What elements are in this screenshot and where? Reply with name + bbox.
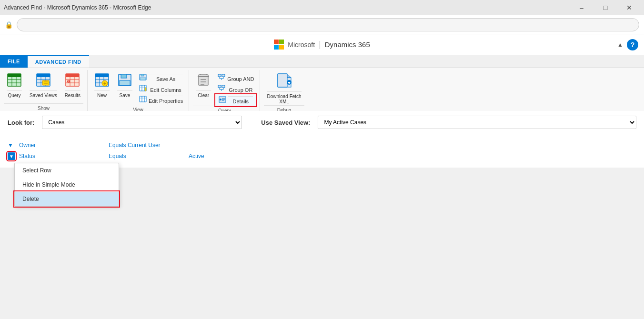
- show-group-label: Show: [4, 103, 83, 111]
- status-field[interactable]: Status: [19, 153, 105, 160]
- svg-rect-70: [278, 74, 287, 87]
- saved-view-label: Use Saved View:: [261, 119, 310, 126]
- details-label: Details: [228, 96, 253, 104]
- select-row-item[interactable]: Select Row: [15, 163, 119, 178]
- query-icon: [7, 73, 22, 90]
- query-button[interactable]: Query: [4, 72, 25, 99]
- owner-operator[interactable]: Equals Current User: [109, 142, 185, 149]
- look-for-bar: Look for: Cases Use Saved View: My Activ…: [0, 111, 644, 134]
- status-dropdown-button[interactable]: ▼: [8, 152, 15, 160]
- group-and-button[interactable]: Group AND: [216, 73, 256, 83]
- advanced-find-tab[interactable]: ADVANCED FIND: [28, 55, 89, 68]
- maximize-button[interactable]: □: [594, 0, 616, 15]
- new-button[interactable]: + New: [91, 72, 112, 99]
- status-operator[interactable]: Equals: [109, 153, 185, 160]
- svg-point-66: [220, 99, 221, 100]
- svg-rect-33: [120, 80, 130, 85]
- download-fetch-xml-button[interactable]: Download FetchXML: [264, 72, 304, 105]
- svg-rect-41: [145, 88, 146, 91]
- svg-rect-53: [218, 74, 221, 77]
- title-bar: Advanced Find - Microsoft Dynamics 365 -…: [0, 0, 644, 15]
- edit-properties-label: Edit Properties: [149, 96, 183, 104]
- group-and-icon: [218, 74, 225, 82]
- svg-rect-42: [140, 96, 146, 102]
- ribbon-group-view: + New Save: [88, 70, 189, 113]
- saved-view-select[interactable]: My Active Cases: [318, 116, 636, 129]
- details-icon: [219, 96, 226, 104]
- hide-in-simple-mode-item[interactable]: Hide in Simple Mode: [15, 178, 119, 192]
- svg-rect-1: [8, 74, 21, 77]
- svg-marker-71: [287, 74, 291, 78]
- details-button[interactable]: Details: [216, 95, 256, 106]
- edit-columns-label: Edit Columns: [149, 85, 183, 93]
- query-group-items: Clear Group AND: [193, 72, 256, 106]
- lock-icon: 🔒: [5, 21, 13, 29]
- title-bar-text: Advanced Find - Microsoft Dynamics 365 -…: [4, 4, 151, 11]
- title-bar-controls: – □ ✕: [571, 0, 640, 15]
- dynamics-text: Dynamics 365: [325, 40, 370, 49]
- address-bar: 🔒: [0, 15, 644, 34]
- collapse-icon[interactable]: ▲: [617, 41, 623, 48]
- look-for-label: Look for:: [8, 119, 34, 126]
- look-for-select[interactable]: Cases: [42, 116, 242, 129]
- svg-rect-7: [37, 74, 50, 77]
- ribbon-group-debug: Download FetchXML Debug: [260, 70, 308, 113]
- svg-rect-60: [222, 85, 225, 88]
- save-as-button[interactable]: Save As: [137, 73, 185, 83]
- clear-icon: [196, 73, 211, 90]
- svg-rect-36: [140, 78, 146, 80]
- minimize-button[interactable]: –: [571, 0, 593, 15]
- owner-expand-icon: ▼: [8, 142, 13, 149]
- microsoft-squares-icon: [274, 40, 284, 50]
- help-button[interactable]: ?: [627, 39, 638, 50]
- saved-views-label: Saved Views: [30, 90, 57, 98]
- svg-rect-35: [141, 74, 144, 76]
- filter-row-status[interactable]: ▼ Status Equals Active: [8, 150, 636, 162]
- show-group-items: Query Saved Vi: [4, 72, 83, 103]
- edit-columns-button[interactable]: Edit Columns: [137, 84, 185, 94]
- save-as-icon: [139, 74, 147, 82]
- new-icon: +: [94, 73, 110, 90]
- file-tab[interactable]: FILE: [0, 55, 28, 68]
- filter-row-owner[interactable]: ▼ Owner Equals Current User: [8, 140, 636, 150]
- group-or-icon: [218, 85, 225, 93]
- status-value[interactable]: Active: [189, 153, 204, 160]
- results-icon: !: [65, 73, 80, 90]
- view-group-items: + New Save: [91, 72, 185, 105]
- ribbon-tabs: FILE ADVANCED FIND: [0, 55, 644, 68]
- svg-rect-24: [95, 74, 109, 77]
- svg-rect-16: [66, 74, 79, 77]
- clear-label: Clear: [196, 90, 211, 98]
- svg-rect-32: [121, 74, 127, 78]
- clear-button[interactable]: Clear: [193, 72, 214, 99]
- svg-text:+: +: [103, 81, 106, 86]
- results-label: Results: [65, 90, 80, 98]
- debug-group-items: Download FetchXML: [264, 72, 304, 105]
- microsoft-text: Microsoft: [288, 41, 315, 49]
- close-button[interactable]: ✕: [618, 0, 640, 15]
- svg-rect-12: [42, 80, 49, 85]
- save-button[interactable]: Save: [114, 72, 135, 99]
- group-and-label: Group AND: [227, 74, 254, 82]
- edit-properties-button[interactable]: Edit Properties: [137, 95, 185, 105]
- delete-item[interactable]: Delete: [15, 192, 119, 206]
- query-small-stack: Group AND Group OR: [216, 72, 256, 106]
- saved-views-button[interactable]: Saved Views: [27, 72, 60, 99]
- save-icon: [117, 73, 132, 90]
- query-label: Query: [7, 90, 22, 98]
- view-small-stack: Save As Edit Columns: [137, 72, 185, 105]
- content-area: Look for: Cases Use Saved View: My Activ…: [0, 111, 644, 168]
- results-button[interactable]: ! Results: [62, 72, 83, 99]
- saved-views-icon: [36, 73, 51, 90]
- download-fetch-xml-icon: [276, 73, 293, 90]
- ribbon-content: Query Saved Vi: [0, 68, 644, 111]
- new-label: New: [94, 90, 110, 98]
- filter-area: ▼ Owner Equals Current User ▼ Status Equ…: [0, 134, 644, 168]
- ribbon-group-query: Clear Group AND: [189, 70, 260, 113]
- owner-field[interactable]: Owner: [19, 142, 105, 149]
- group-or-label: Group OR: [227, 85, 254, 93]
- group-or-button[interactable]: Group OR: [216, 84, 256, 94]
- address-input[interactable]: [17, 18, 639, 31]
- svg-rect-59: [218, 85, 221, 88]
- svg-rect-54: [222, 74, 225, 77]
